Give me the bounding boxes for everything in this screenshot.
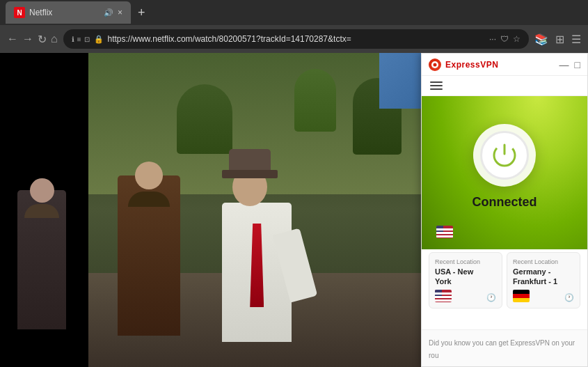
- clock-icon-2: 🕐: [564, 293, 574, 302]
- browser-menu-icon[interactable]: ☰: [571, 33, 581, 46]
- connected-status-text: Connected: [472, 195, 537, 210]
- address-icons: ℹ ≡ ⊡: [72, 36, 90, 43]
- recent-loc-1-name: USA - NewYork: [435, 267, 496, 287]
- vpn-close-btn[interactable]: □: [575, 59, 580, 70]
- clock-icon-1: 🕐: [486, 293, 496, 302]
- address-bar[interactable]: ℹ ≡ ⊡ 🔒 https://www.netflix.com/watch/80…: [63, 29, 529, 49]
- address-right-icons: ··· 🛡 ☆: [489, 34, 521, 44]
- url-text: https://www.netflix.com/watch/80200571?t…: [108, 34, 485, 44]
- expressvpn-panel: ExpressVPN — □: [421, 53, 588, 367]
- vpn-power-section: Connected: [422, 96, 587, 210]
- new-tab-button[interactable]: +: [138, 6, 145, 20]
- vpn-power-button[interactable]: [473, 124, 536, 187]
- vpn-body: Connected Current Location USA - Seattle: [422, 96, 587, 329]
- hamburger-line-1: [430, 81, 443, 83]
- top-right-corner: [379, 53, 421, 109]
- reader-icon: ≡: [77, 36, 81, 43]
- hamburger-menu-icon[interactable]: [430, 81, 443, 90]
- address-bar-row: ← → ↻ ⌂ ℹ ≡ ⊡ 🔒 https://www.netflix.com/…: [0, 25, 588, 53]
- nav-icons: ← → ↻ ⌂: [7, 33, 58, 46]
- vpn-logo: ExpressVPN: [429, 58, 498, 71]
- shield-icon: 🛡: [500, 34, 509, 44]
- hamburger-line-3: [430, 88, 443, 90]
- browser-chrome: N Netflix 🔊 × + ← → ↻ ⌂ ℹ ≡ ⊡ 🔒 https://…: [0, 0, 588, 53]
- forward-icon[interactable]: →: [22, 33, 33, 46]
- library-icon[interactable]: 📚: [534, 33, 548, 46]
- browser-right-icons: 📚 ⊞ ☰: [534, 33, 581, 46]
- recent-loc-1-label: Recent Location: [435, 258, 496, 265]
- us-flag: [436, 226, 453, 238]
- de-flag-recent-2: [513, 290, 530, 302]
- power-button-inner: [480, 131, 529, 180]
- vpn-titlebar: ExpressVPN — □: [422, 54, 587, 76]
- active-tab[interactable]: N Netflix 🔊 ×: [6, 1, 131, 24]
- recent-loc-2-name: Germany -Frankfurt - 1: [513, 267, 574, 287]
- vpn-main-body: Connected Current Location USA - Seattle: [422, 96, 587, 329]
- audio-icon[interactable]: 🔊: [104, 8, 113, 17]
- main-content: ExpressVPN — □: [0, 53, 588, 367]
- back-icon[interactable]: ←: [7, 33, 18, 46]
- recent-location-2[interactable]: Recent Location Germany -Frankfurt - 1 🕐: [507, 252, 580, 309]
- vpn-brand-name: ExpressVPN: [445, 60, 498, 70]
- hamburger-line-2: [430, 85, 443, 86]
- vpn-logo-icon: [429, 58, 441, 71]
- recent-locations: Recent Location USA - NewYork 🕐 Recent L…: [429, 252, 580, 309]
- recent-loc-2-label: Recent Location: [513, 258, 574, 265]
- home-icon[interactable]: ⌂: [51, 33, 58, 46]
- address-info-icon: ℹ: [72, 36, 74, 43]
- ssl-lock-icon: 🔒: [94, 35, 104, 44]
- tab-close-button[interactable]: ×: [118, 8, 122, 17]
- more-options-icon[interactable]: ···: [489, 34, 496, 44]
- power-icon-svg: [491, 141, 518, 169]
- tab-manager-icon[interactable]: ⊞: [555, 33, 564, 46]
- vpn-footer: Did you know you can get ExpressVPN on y…: [422, 329, 587, 366]
- vpn-footer-text: Did you know you can get ExpressVPN on y…: [429, 339, 575, 359]
- vpn-logo-inner: [431, 61, 438, 68]
- netflix-favicon: N: [14, 7, 25, 18]
- bookmark-icon[interactable]: ☆: [513, 34, 521, 44]
- refresh-icon[interactable]: ↻: [38, 33, 47, 46]
- tab-title: Netflix: [29, 8, 100, 17]
- vpn-menu-bar: [422, 76, 587, 96]
- us-flag-recent-1: [435, 290, 452, 302]
- recent-location-1[interactable]: Recent Location USA - NewYork 🕐: [429, 252, 502, 309]
- vpn-minimize-btn[interactable]: —: [559, 59, 569, 70]
- vpn-window-controls: — □: [559, 59, 580, 70]
- tab-bar: N Netflix 🔊 × +: [0, 0, 588, 25]
- tab-icon: ⊡: [84, 36, 90, 43]
